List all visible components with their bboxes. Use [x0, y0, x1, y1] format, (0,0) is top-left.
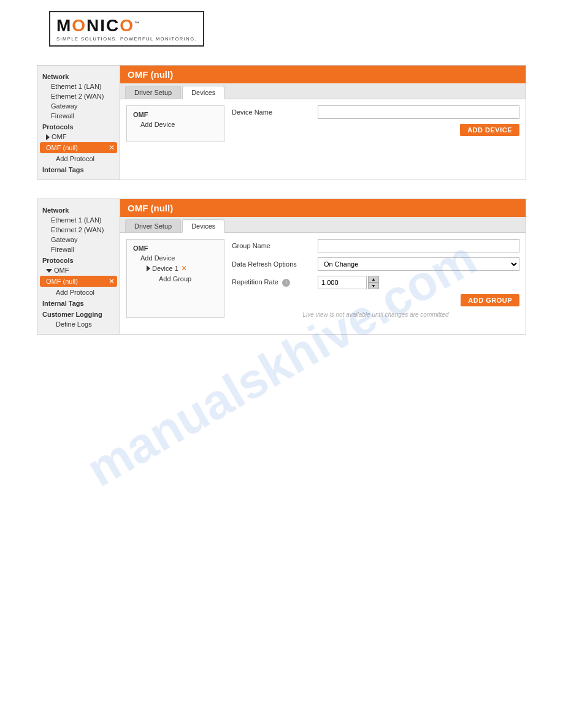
repetition-rate-spinner-group: ▲ ▼ — [318, 276, 379, 289]
tree-panel-2: OMF Add Device Device 1 ✕ Add Group — [126, 239, 224, 318]
logo-tm: ™ — [134, 21, 140, 26]
tree-omf-2[interactable]: OMF — [131, 243, 220, 253]
sidebar-item-ethernet2-1[interactable]: Ethernet 2 (WAN) — [37, 91, 120, 101]
btn-row-2: ADD GROUP — [232, 294, 519, 306]
tree-device1-2[interactable]: Device 1 ✕ — [131, 263, 220, 274]
form-row-device-name-1: Device Name — [232, 105, 519, 119]
sidebar-item-omf-null-2[interactable]: OMF (null) ✕ — [40, 276, 117, 287]
tree-add-device-1[interactable]: Add Device — [131, 119, 220, 129]
repetition-rate-info-icon[interactable]: i — [282, 279, 290, 287]
omf-null-label-2: OMF (null) — [46, 278, 78, 285]
form-row-data-refresh: Data Refresh Options On Change Periodic … — [232, 257, 519, 271]
main-content-2: OMF (null) Driver Setup Devices OMF Add … — [120, 199, 526, 334]
spinner-buttons: ▲ ▼ — [368, 276, 379, 289]
device1-label: Device 1 — [152, 265, 178, 272]
panel-1: Network Ethernet 1 (LAN) Ethernet 2 (WAN… — [37, 65, 526, 180]
panel-section-1: Network Ethernet 1 (LAN) Ethernet 2 (WAN… — [37, 65, 526, 180]
sidebar-item-gateway-2[interactable]: Gateway — [37, 235, 120, 245]
form-row-repetition-rate: Repetition Rate i ▲ ▼ — [232, 276, 519, 289]
main-content-1: OMF (null) Driver Setup Devices OMF Add … — [120, 66, 526, 180]
spinner-up-button[interactable]: ▲ — [368, 276, 379, 282]
device1-close-icon[interactable]: ✕ — [181, 264, 187, 273]
live-view-note: Live view is not available until changes… — [232, 311, 519, 318]
form-row-group-name: Group Name — [232, 239, 519, 252]
sidebar-item-ethernet1-2[interactable]: Ethernet 1 (LAN) — [37, 215, 120, 225]
sidebar-item-omf-null-1[interactable]: OMF (null) ✕ — [40, 142, 117, 153]
form-panel-1: Device Name ADD DEVICE — [232, 105, 519, 142]
logo-accent: o — [72, 16, 86, 35]
sidebar-item-firewall-1[interactable]: Firewall — [37, 111, 120, 121]
logo-o2: o — [120, 16, 134, 35]
sidebar-item-add-protocol-2[interactable]: Add Protocol — [37, 287, 120, 297]
sidebar-protocols-label-2: Protocols — [37, 254, 120, 265]
triangle-right-icon-1 — [46, 134, 50, 140]
logo-text: monico™ — [56, 16, 140, 35]
form-label-repetition-rate: Repetition Rate i — [232, 278, 318, 287]
sidebar-1: Network Ethernet 1 (LAN) Ethernet 2 (WAN… — [37, 66, 120, 180]
panel-2: Network Ethernet 1 (LAN) Ethernet 2 (WAN… — [37, 199, 526, 335]
sidebar-protocols-label-1: Protocols — [37, 121, 120, 132]
omf-null-close-icon-2[interactable]: ✕ — [109, 277, 115, 286]
data-refresh-select[interactable]: On Change Periodic On Change and Periodi… — [318, 257, 519, 271]
triangle-right-icon-device1 — [147, 265, 150, 271]
repetition-rate-input[interactable] — [318, 276, 367, 289]
sidebar-item-firewall-2[interactable]: Firewall — [37, 245, 120, 254]
tabs-2: Driver Setup Devices — [120, 217, 526, 233]
form-label-group-name: Group Name — [232, 242, 318, 249]
sidebar-network-label-2: Network — [37, 204, 120, 215]
sidebar-item-omf-2[interactable]: OMF — [37, 265, 120, 275]
sidebar-2: Network Ethernet 1 (LAN) Ethernet 2 (WAN… — [37, 199, 120, 334]
tab-driver-setup-2[interactable]: Driver Setup — [125, 219, 181, 232]
add-group-button[interactable]: ADD GROUP — [461, 294, 519, 306]
tab-devices-1[interactable]: Devices — [182, 86, 224, 99]
sidebar-item-ethernet1-1[interactable]: Ethernet 1 (LAN) — [37, 82, 120, 91]
logo-nic: nic — [86, 16, 120, 35]
content-body-2: OMF Add Device Device 1 ✕ Add Group Grou… — [120, 233, 526, 324]
omf-null-label-1: OMF (null) — [46, 144, 78, 151]
tree-panel-1: OMF Add Device — [126, 105, 224, 142]
logo-m: m — [56, 16, 72, 35]
panel1-header: OMF (null) — [120, 66, 526, 83]
btn-row-1: ADD DEVICE — [232, 124, 519, 136]
sidebar-internal-tags-1: Internal Tags — [37, 164, 120, 175]
spinner-down-button[interactable]: ▼ — [368, 282, 379, 289]
tree-omf-1[interactable]: OMF — [131, 110, 220, 119]
page-wrapper: Network Ethernet 1 (LAN) Ethernet 2 (WAN… — [0, 65, 563, 335]
sidebar-item-ethernet2-2[interactable]: Ethernet 2 (WAN) — [37, 225, 120, 235]
logo-tagline: SIMPLE SOLUTIONS. POWERFUL MONITORING. — [56, 36, 197, 42]
tab-driver-setup-1[interactable]: Driver Setup — [125, 86, 181, 99]
logo-area: monico™ SIMPLE SOLUTIONS. POWERFUL MONIT… — [0, 0, 563, 53]
content-body-1: OMF Add Device Device Name ADD DEVICE — [120, 99, 526, 148]
device-name-input-1[interactable] — [318, 105, 519, 119]
triangle-down-icon-2 — [46, 269, 52, 273]
logo-box: monico™ SIMPLE SOLUTIONS. POWERFUL MONIT… — [49, 11, 204, 47]
sidebar-internal-tags-2: Internal Tags — [37, 297, 120, 308]
tabs-1: Driver Setup Devices — [120, 83, 526, 99]
tab-devices-2[interactable]: Devices — [182, 219, 224, 233]
tree-add-group-2[interactable]: Add Group — [131, 274, 220, 284]
form-label-device-name-1: Device Name — [232, 108, 318, 116]
form-panel-2: Group Name Data Refresh Options On Chang… — [232, 239, 519, 318]
panel-section-2: Network Ethernet 1 (LAN) Ethernet 2 (WAN… — [37, 199, 526, 335]
form-label-data-refresh: Data Refresh Options — [232, 260, 318, 268]
sidebar-customer-logging-2: Customer Logging — [37, 308, 120, 319]
sidebar-item-define-logs-2[interactable]: Define Logs — [37, 319, 120, 329]
sidebar-item-gateway-1[interactable]: Gateway — [37, 101, 120, 111]
add-device-button-1[interactable]: ADD DEVICE — [460, 124, 519, 136]
sidebar-item-add-protocol-1[interactable]: Add Protocol — [37, 154, 120, 164]
sidebar-item-omf-1[interactable]: OMF — [37, 132, 120, 142]
sidebar-network-label-1: Network — [37, 70, 120, 82]
omf-null-close-icon-1[interactable]: ✕ — [109, 143, 115, 152]
tree-add-device-2[interactable]: Add Device — [131, 253, 220, 263]
group-name-input[interactable] — [318, 239, 519, 252]
panel2-header: OMF (null) — [120, 199, 526, 217]
